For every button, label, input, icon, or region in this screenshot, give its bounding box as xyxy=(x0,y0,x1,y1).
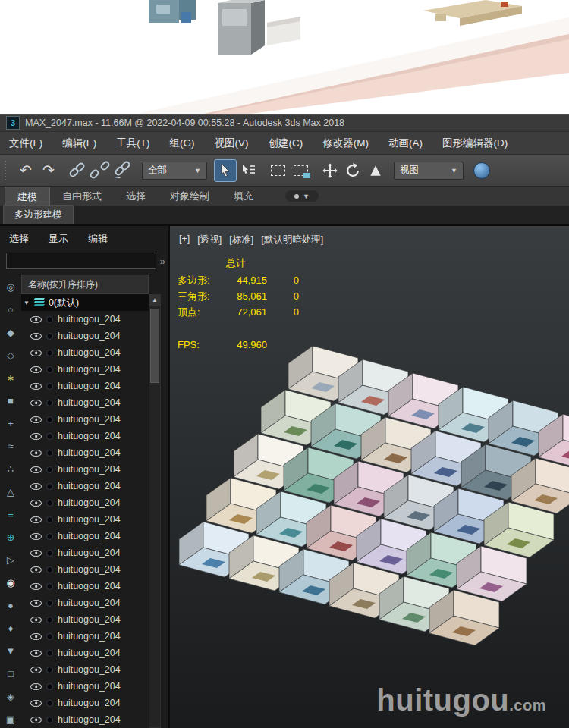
object-row[interactable]: huituogou_204 xyxy=(21,544,149,561)
object-row[interactable]: huituogou_204 xyxy=(21,661,149,678)
object-row[interactable]: huituogou_204 xyxy=(21,678,149,695)
object-row[interactable]: huituogou_204 xyxy=(21,695,149,711)
sort-layers-icon[interactable]: ≡ xyxy=(4,508,17,522)
select-by-name-button[interactable] xyxy=(237,159,259,182)
menu-edit[interactable]: 编辑(E) xyxy=(62,136,96,150)
scrollbar-thumb[interactable] xyxy=(150,309,159,383)
select-object-button[interactable] xyxy=(214,159,237,182)
perspective-viewport[interactable]: [+] [透视] [标准] [默认明暗处理] 总计 多边形: 44,915 0 … xyxy=(170,226,569,728)
object-row[interactable]: huituogou_204 xyxy=(21,494,149,511)
display-spacewarps-icon[interactable]: ≈ xyxy=(4,440,17,453)
visibility-eye-icon[interactable] xyxy=(30,333,42,340)
expand-arrow-icon[interactable]: ▼ xyxy=(24,300,30,306)
reference-coordinate-select[interactable]: 视图 ▼ xyxy=(394,162,464,180)
display-all-icon[interactable]: ◎ xyxy=(4,281,17,294)
sort-hierarchy-icon[interactable]: ⊕ xyxy=(4,531,17,544)
display-helpers-icon[interactable]: + xyxy=(4,417,17,431)
explorer-tab-edit[interactable]: 编辑 xyxy=(88,232,108,249)
visibility-eye-icon[interactable] xyxy=(30,466,42,473)
object-row[interactable]: huituogou_204 xyxy=(21,645,149,661)
visibility-eye-icon[interactable] xyxy=(30,416,42,423)
visibility-eye-icon[interactable] xyxy=(30,600,42,607)
select-and-link-button[interactable] xyxy=(67,159,90,182)
viewport-menu-shading[interactable]: [默认明暗处理] xyxy=(261,234,323,246)
visibility-eye-icon[interactable] xyxy=(30,566,42,573)
object-row[interactable]: huituogou_204 xyxy=(21,628,149,645)
select-and-scale-button[interactable] xyxy=(364,159,387,182)
display-particles-icon[interactable]: ∴ xyxy=(4,463,17,476)
select-and-move-button[interactable] xyxy=(319,159,341,182)
visibility-eye-icon[interactable] xyxy=(30,633,42,640)
object-row[interactable]: huituogou_204 xyxy=(21,711,149,728)
visibility-eye-icon[interactable] xyxy=(30,366,42,373)
object-color-icon[interactable]: ● xyxy=(4,599,17,613)
object-row[interactable]: huituogou_204 xyxy=(21,461,149,478)
object-row[interactable]: huituogou_204 xyxy=(21,361,149,378)
visibility-eye-icon[interactable] xyxy=(30,433,42,440)
object-row[interactable]: huituogou_204 xyxy=(21,378,149,394)
selection-filter-select[interactable]: 全部 ▼ xyxy=(142,162,207,180)
window-crossing-toggle-button[interactable] xyxy=(289,159,312,182)
object-row[interactable]: huituogou_204 xyxy=(21,394,149,411)
visibility-eye-icon[interactable] xyxy=(30,533,42,540)
display-none-icon[interactable]: ○ xyxy=(4,303,17,317)
viewport-menu-general[interactable]: [+] xyxy=(179,234,190,246)
visibility-eye-icon[interactable] xyxy=(30,717,42,723)
visibility-eye-icon[interactable] xyxy=(30,583,42,590)
object-row[interactable]: huituogou_204 xyxy=(21,428,149,444)
ribbon-tab-modeling[interactable]: 建模 xyxy=(5,187,50,206)
display-lights-icon[interactable]: ∗ xyxy=(4,372,17,385)
display-bones-icon[interactable]: △ xyxy=(4,485,17,499)
visibility-eye-icon[interactable] xyxy=(30,550,42,557)
menu-views[interactable]: 视图(V) xyxy=(215,136,249,150)
panel-tab-polygon-modeling[interactable]: 多边形建模 xyxy=(3,205,74,224)
object-row[interactable]: huituogou_204 xyxy=(21,411,149,428)
layer-row[interactable]: ▼ 0(默认) xyxy=(21,294,149,311)
visibility-eye-icon[interactable] xyxy=(30,617,42,623)
visibility-eye-icon[interactable] xyxy=(30,483,42,490)
visibility-eye-icon[interactable] xyxy=(30,500,42,507)
object-row[interactable]: huituogou_204 xyxy=(21,311,149,328)
ribbon-collapse-button[interactable]: ▼ xyxy=(285,190,319,202)
select-and-rotate-button[interactable] xyxy=(341,159,364,182)
object-row[interactable]: huituogou_204 xyxy=(21,611,149,628)
menu-modifiers[interactable]: 修改器(M) xyxy=(322,136,369,150)
select-and-manipulate-button[interactable] xyxy=(470,159,493,182)
visibility-eye-icon[interactable] xyxy=(30,516,42,523)
ribbon-tab-populate[interactable]: 填充 xyxy=(222,187,266,206)
ribbon-tab-freeform[interactable]: 自由形式 xyxy=(50,187,114,206)
visibility-eye-icon[interactable] xyxy=(30,683,42,690)
object-row[interactable]: huituogou_204 xyxy=(21,561,149,578)
visibility-eye-icon[interactable] xyxy=(30,700,42,707)
scroll-up-arrow-icon[interactable]: ▲ xyxy=(149,295,160,306)
object-row[interactable]: huituogou_204 xyxy=(21,478,149,494)
unlink-selection-button[interactable] xyxy=(90,159,112,182)
ribbon-tab-object-paint[interactable]: 对象绘制 xyxy=(158,187,222,206)
lock-selection-icon[interactable]: □ xyxy=(4,667,17,681)
display-cameras-icon[interactable]: ■ xyxy=(4,394,17,408)
viewport-menu-standard[interactable]: [标准] xyxy=(229,234,253,246)
chevrons-expand-icon[interactable]: » xyxy=(160,256,165,267)
display-geometry-icon[interactable]: ◆ xyxy=(4,326,17,340)
visibility-eye-icon[interactable] xyxy=(30,383,42,390)
visibility-eye-icon[interactable] xyxy=(30,667,42,673)
undo-button[interactable]: ↶ xyxy=(14,159,37,182)
object-row[interactable]: huituogou_204 xyxy=(21,328,149,344)
pin-explorer-icon[interactable]: ♦ xyxy=(4,622,17,635)
visibility-eye-icon[interactable] xyxy=(30,650,42,657)
visibility-eye-icon[interactable] xyxy=(30,400,42,406)
menu-group[interactable]: 组(G) xyxy=(170,136,195,150)
expand-children-icon[interactable]: ▷ xyxy=(4,554,17,567)
viewport-menu-pov[interactable]: [透视] xyxy=(197,234,222,246)
menu-animation[interactable]: 动画(A) xyxy=(388,136,423,150)
rectangular-selection-region-button[interactable] xyxy=(266,159,289,182)
object-row[interactable]: huituogou_204 xyxy=(21,344,149,361)
explorer-tab-select[interactable]: 选择 xyxy=(9,232,29,249)
menu-graph-editors[interactable]: 图形编辑器(D) xyxy=(442,136,508,150)
menu-tools[interactable]: 工具(T) xyxy=(116,136,149,150)
object-row[interactable]: huituogou_204 xyxy=(21,578,149,595)
search-input[interactable] xyxy=(6,253,156,269)
bind-to-spacewarp-button[interactable]: ~ xyxy=(112,159,135,182)
sync-selection-icon[interactable]: ◈ xyxy=(4,690,17,704)
name-column-header[interactable]: 名称(按升序排序) xyxy=(21,275,149,294)
